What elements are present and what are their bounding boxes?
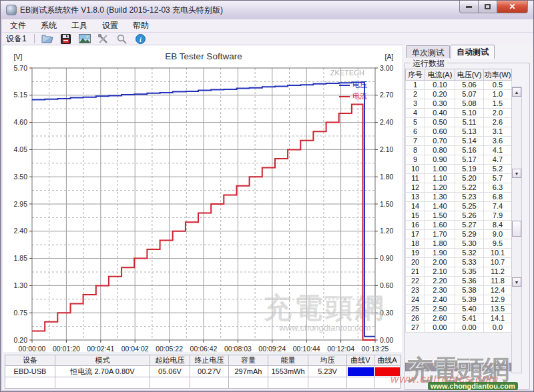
run-table-row[interactable]: 252.505.4013.5 — [406, 305, 512, 314]
run-table-cell: 5 — [406, 118, 425, 127]
run-table-row[interactable]: 191.905.3210.1 — [406, 249, 512, 258]
save-icon[interactable] — [59, 33, 73, 45]
scroll-up-icon[interactable]: ▲ — [512, 87, 521, 97]
run-table-cell: 0.5 — [484, 81, 512, 90]
run-table-row[interactable]: 101.005.195.2 — [406, 165, 512, 174]
run-table-cell: 1.40 — [425, 202, 455, 211]
svg-text:00:02:41: 00:02:41 — [87, 345, 114, 352]
summary-header-mode: 模式 — [55, 355, 150, 366]
run-table-cell: 13.5 — [484, 305, 512, 314]
toolbar-separator — [34, 34, 35, 43]
run-table-cell: 0.00 — [425, 323, 455, 333]
export-image-icon[interactable] — [77, 33, 92, 45]
summary-header-device: 设备 — [5, 355, 55, 366]
run-table-cell: 11.2 — [484, 267, 512, 277]
run-table-row[interactable]: 141.405.257.4 — [406, 202, 512, 211]
title-bar[interactable]: EB测试系统软件 V1.8.0 (Build 2015-12-03 充电头特别版… — [1, 1, 533, 19]
svg-text:5.15: 5.15 — [14, 91, 28, 99]
run-table-row[interactable]: 270.000.000.0 — [406, 323, 512, 333]
run-table-row[interactable]: 202.005.3310.7 — [406, 258, 512, 267]
run-table-hscrollbar[interactable] — [405, 363, 511, 371]
run-table-cell: 10.1 — [484, 249, 512, 258]
window-title: EB测试系统软件 V1.8.0 (Build 2015-12-03 充电头特别版… — [20, 5, 223, 16]
run-table-cell: 2.50 — [425, 305, 455, 314]
run-table-row[interactable]: 181.805.309.5 — [406, 239, 512, 249]
run-table-row[interactable]: 161.605.278.4 — [406, 221, 512, 230]
run-table-cell: 5.30 — [455, 239, 484, 249]
open-file-icon[interactable] — [40, 33, 55, 45]
svg-text:1.50: 1.50 — [380, 200, 394, 208]
svg-text:00:06:42: 00:06:42 — [190, 345, 218, 352]
run-table-cell: 5.33 — [455, 258, 484, 267]
curve-v-color-swatch — [348, 367, 374, 376]
run-table-row[interactable]: 20.205.071.0 — [406, 90, 512, 99]
run-table-row[interactable]: 171.705.299.0 — [406, 230, 512, 239]
run-table-cell: 19 — [406, 249, 425, 258]
menu-tools[interactable]: 工具 — [65, 19, 94, 33]
run-table-row[interactable]: 262.605.4114.1 — [406, 314, 512, 323]
svg-text:1.30: 1.30 — [14, 281, 28, 289]
run-table-cell: 5.36 — [455, 277, 484, 286]
run-table-row[interactable]: 111.105.205.7 — [406, 174, 512, 183]
run-table-row[interactable]: 151.505.267.9 — [406, 211, 512, 221]
run-table-cell: 7 — [406, 137, 425, 146]
run-table-cell: 6.8 — [484, 193, 512, 202]
run-table-cell: 1 — [406, 81, 425, 90]
svg-text:ZKETECH: ZKETECH — [330, 69, 364, 77]
run-table-cell: 10 — [406, 165, 425, 174]
svg-text:www.chongdiantou.com: www.chongdiantou.com — [278, 323, 370, 333]
minimize-button[interactable] — [459, 1, 479, 13]
run-table-cell: 1.90 — [425, 249, 455, 258]
run-table-row[interactable]: 242.405.3912.9 — [406, 295, 512, 305]
summary-table: 设备 模式 起始电压 终止电压 容量 能量 均压 曲线V 曲线A EBD-USB… — [5, 355, 400, 389]
run-table-row[interactable]: 222.205.3611.8 — [406, 277, 512, 286]
run-table-row[interactable]: 232.305.3812.4 — [406, 286, 512, 295]
tab-single-test[interactable]: 单次测试 — [406, 45, 450, 58]
run-table-cell: 12.4 — [484, 286, 512, 295]
info-icon[interactable]: i — [134, 33, 148, 45]
summary-data-row: EBD-USB 恒电流 2.70A 0.80V 05.06V 00.27V 29… — [5, 366, 400, 377]
minimize-icon — [466, 6, 472, 8]
run-table-cell: 1.00 — [425, 165, 455, 174]
menu-settings[interactable]: 设置 — [95, 19, 125, 33]
run-header-current: 电流(A) — [425, 69, 455, 81]
maximize-button[interactable] — [479, 1, 497, 13]
run-table-cell: 24 — [406, 295, 425, 305]
run-table-cell: 5.14 — [455, 137, 484, 146]
run-table-row[interactable]: 121.205.226.3 — [406, 183, 512, 193]
run-table-cell: 17 — [406, 230, 425, 239]
run-table-row[interactable]: 60.605.133.1 — [406, 127, 512, 137]
menu-file[interactable]: 文件 — [3, 19, 33, 33]
run-table-row[interactable]: 50.505.112.6 — [406, 118, 512, 127]
run-table-row[interactable]: 40.405.102.0 — [406, 109, 512, 118]
svg-text:00:10:44: 00:10:44 — [293, 345, 320, 352]
run-table-row[interactable]: 131.305.236.8 — [406, 193, 512, 202]
tools-icon[interactable] — [96, 33, 111, 45]
svg-text:0.75: 0.75 — [14, 309, 28, 317]
run-table-row[interactable]: 90.905.174.7 — [406, 155, 512, 165]
run-table-row[interactable]: 70.705.143.6 — [406, 137, 512, 146]
scroll-down-icon[interactable]: ▼ — [512, 169, 521, 178]
svg-text:2.10: 2.10 — [380, 145, 394, 153]
run-table-row[interactable]: 212.105.3511.2 — [406, 267, 512, 277]
run-table-row[interactable]: 10.105.060.5 — [406, 81, 512, 90]
zoom-icon[interactable] — [115, 33, 129, 45]
scroll-down-icon-2[interactable]: ▼ — [512, 277, 521, 287]
summary-header-avg-voltage: 均压 — [308, 355, 347, 366]
scrollbar-thumb[interactable] — [512, 221, 521, 237]
svg-text:00:09:24: 00:09:24 — [258, 345, 286, 352]
run-table-cell: 5.11 — [455, 118, 484, 127]
run-table-cell: 1.5 — [484, 99, 512, 109]
run-table-cell: 16 — [406, 221, 425, 230]
run-table-row[interactable]: 30.305.081.5 — [406, 99, 512, 109]
svg-text:1.20: 1.20 — [380, 227, 394, 235]
run-table-cell: 14 — [406, 202, 425, 211]
close-button[interactable]: ✕ — [497, 1, 528, 13]
menu-help[interactable]: 帮助 — [126, 19, 156, 33]
tab-auto-test[interactable]: 自动测试 — [451, 45, 495, 59]
run-table-vscrollbar[interactable]: ▲ ▼ ▼ — [511, 87, 522, 373]
run-table-cell: 23 — [406, 286, 425, 295]
menu-system[interactable]: 系统 — [34, 19, 63, 33]
run-table-cell: 1.10 — [425, 174, 455, 183]
run-table-row[interactable]: 80.805.164.1 — [406, 146, 512, 155]
